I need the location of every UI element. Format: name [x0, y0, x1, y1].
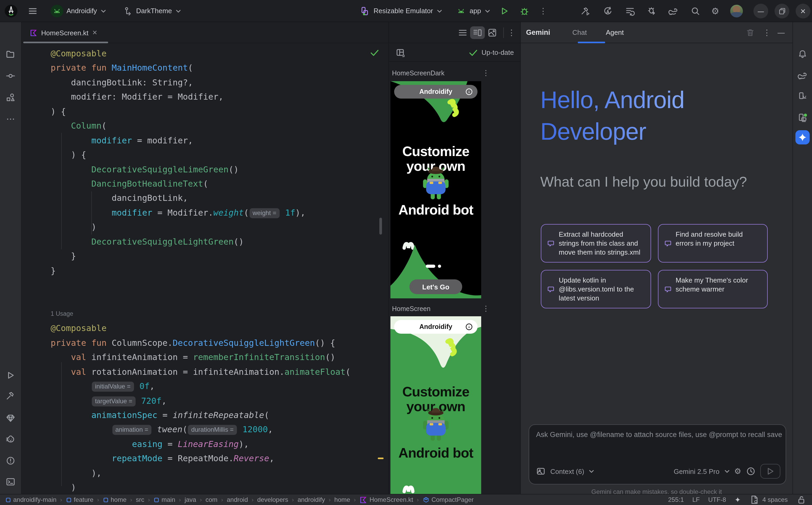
breadcrumb-item[interactable]: HomeScreen.kt: [360, 496, 413, 504]
breadcrumb-item[interactable]: android: [227, 496, 248, 503]
inspections-ok-icon[interactable]: [369, 47, 380, 58]
code-editor[interactable]: @Composableprivate fun MainHomeContent( …: [51, 46, 378, 495]
search-everywhere-button[interactable]: [690, 6, 701, 16]
code-line[interactable]: ),: [51, 466, 378, 480]
run-button[interactable]: [499, 6, 510, 16]
breadcrumb-item[interactable]: home: [103, 496, 127, 503]
preview-label-homescreendark[interactable]: HomeScreenDark: [392, 69, 445, 77]
code-line[interactable]: targetValue = 720f,: [51, 393, 378, 408]
breadcrumb-item[interactable]: developers: [257, 496, 288, 503]
code-line[interactable]: initialValue = 0f,: [51, 379, 378, 393]
clear-chat-trash-icon[interactable]: [745, 27, 756, 38]
build-button[interactable]: [580, 6, 591, 16]
preview-kebab-icon[interactable]: ⋮: [507, 28, 515, 37]
attach-debugger-button[interactable]: [647, 6, 658, 16]
user-avatar[interactable]: [730, 5, 743, 17]
send-button[interactable]: [760, 464, 780, 479]
code-line[interactable]: modifier = modifier,: [51, 133, 378, 148]
context-dropdown[interactable]: Context (6): [550, 467, 584, 475]
running-devices-icon[interactable]: [797, 112, 808, 123]
window-minimize-button[interactable]: —: [753, 4, 768, 18]
code-line[interactable]: private fun ColumnScope.DecorativeSquigg…: [51, 336, 378, 350]
run-config-selector[interactable]: app: [456, 6, 490, 16]
apply-changes-icon[interactable]: [602, 6, 613, 16]
breadcrumb-item[interactable]: com: [206, 496, 217, 503]
gemini-minimize-icon[interactable]: —: [777, 28, 785, 37]
run-tool-icon[interactable]: [5, 369, 16, 381]
problems-tool-icon[interactable]: [5, 455, 16, 467]
preview-phone-homescreen[interactable]: Androidify Customize your own Android bo…: [390, 316, 481, 494]
suggestion-card[interactable]: Find and resolve build errors in my proj…: [658, 224, 768, 263]
code-line[interactable]: ) {: [51, 105, 378, 119]
preview-item-kebab-icon[interactable]: ⋮: [482, 304, 490, 313]
vcs-branch-selector[interactable]: DarkTheme: [122, 6, 182, 16]
file-encoding[interactable]: UTF-8: [708, 496, 726, 503]
debug-button[interactable]: [519, 6, 530, 16]
code-line[interactable]: [51, 278, 378, 292]
gemini-tool-icon[interactable]: [795, 130, 810, 144]
code-view-button[interactable]: [455, 26, 470, 39]
task-list-icon[interactable]: [625, 6, 635, 16]
suggestion-card[interactable]: Update kotlin in @libs.version.toml to t…: [541, 270, 651, 308]
gemini-kebab-icon[interactable]: ⋮: [763, 28, 771, 37]
commit-tool-icon[interactable]: [5, 70, 16, 82]
gradle-sync-button[interactable]: [668, 6, 679, 16]
history-clock-icon[interactable]: [745, 466, 756, 477]
more-run-options-button[interactable]: ⋮: [539, 6, 547, 16]
build-hammer-icon[interactable]: [580, 6, 591, 16]
line-separator[interactable]: LF: [692, 496, 700, 503]
tab-homescreen-kt[interactable]: HomeScreen.kt ✕: [23, 22, 105, 43]
code-line[interactable]: @Composable: [51, 46, 378, 61]
logcat-tool-icon[interactable]: [5, 433, 16, 445]
run-tasks-button[interactable]: [625, 6, 635, 16]
code-line[interactable]: repeatMode = RepeatMode.Reverse,: [51, 452, 378, 466]
code-line[interactable]: ): [51, 220, 378, 234]
gemini-input-placeholder[interactable]: Ask Gemini, use @filename to attach sour…: [536, 431, 783, 439]
code-line[interactable]: dancingBotLink: String?,: [51, 75, 378, 90]
suggestion-card[interactable]: Extract all hardcoded strings from this …: [541, 224, 651, 263]
tab-close-icon[interactable]: ✕: [92, 29, 97, 36]
code-line[interactable]: @Composable: [51, 321, 378, 336]
design-view-button[interactable]: [485, 26, 500, 39]
resource-manager-icon[interactable]: [5, 92, 16, 103]
model-settings-gear-icon[interactable]: ⚙: [734, 467, 741, 476]
code-line[interactable]: }: [51, 263, 378, 278]
code-line[interactable]: }: [51, 249, 378, 263]
settings-button[interactable]: ⚙: [711, 6, 719, 16]
preview-label-homescreen[interactable]: HomeScreen: [392, 305, 431, 313]
terminal-tool-icon[interactable]: [5, 476, 16, 488]
window-restore-button[interactable]: [775, 4, 789, 18]
search-icon[interactable]: [690, 6, 701, 16]
suggestion-card[interactable]: Make my Theme's color scheme warmer: [658, 270, 768, 308]
gemini-sparkle-status-icon[interactable]: ✦: [734, 496, 740, 504]
more-tools-icon[interactable]: [5, 113, 16, 125]
usage-hint[interactable]: 1 Usage: [51, 307, 378, 321]
code-line[interactable]: animationSpec = infiniteRepeatable(: [51, 408, 378, 423]
code-line[interactable]: [51, 292, 378, 307]
code-line[interactable]: val infiniteAnimation = rememberInfinite…: [51, 350, 378, 364]
breadcrumb-item[interactable]: main: [153, 496, 175, 503]
breadcrumb-item[interactable]: CompactPager: [422, 496, 474, 503]
code-line[interactable]: modifier = Modifier.weight(weight = 1f),: [51, 206, 378, 220]
chevron-down-icon[interactable]: [589, 468, 595, 474]
device-selector[interactable]: Resizable Emulator: [360, 6, 442, 16]
code-line[interactable]: modifier: Modifier = Modifier,: [51, 90, 378, 105]
breadcrumb-item[interactable]: src: [136, 496, 144, 503]
breadcrumb-item[interactable]: feature: [66, 496, 93, 503]
chevron-down-icon[interactable]: [724, 468, 730, 474]
gemini-input-box[interactable]: Ask Gemini, use @filename to attach sour…: [529, 425, 786, 484]
code-line[interactable]: val rotationAnimation = infiniteAnimatio…: [51, 364, 378, 379]
model-selector[interactable]: Gemini 2.5 Pro: [674, 467, 719, 475]
device-manager-icon[interactable]: [797, 91, 808, 102]
code-line[interactable]: Column(: [51, 119, 378, 133]
code-line[interactable]: easing = LinearEasing),: [51, 437, 378, 452]
code-line[interactable]: animation = tween(durationMillis = 12000…: [51, 423, 378, 437]
build-tool-icon[interactable]: [5, 390, 16, 402]
preview-item-kebab-icon[interactable]: ⋮: [482, 68, 490, 77]
gradle-tool-icon[interactable]: [797, 69, 808, 81]
gradle-elephant-icon[interactable]: [668, 6, 679, 16]
code-line[interactable]: ) {: [51, 148, 378, 162]
code-line[interactable]: DecorativeSquiggleLimeGreen(): [51, 162, 378, 177]
lets-go-button[interactable]: Let's Go: [410, 279, 462, 294]
breadcrumb-item[interactable]: home: [334, 496, 350, 503]
